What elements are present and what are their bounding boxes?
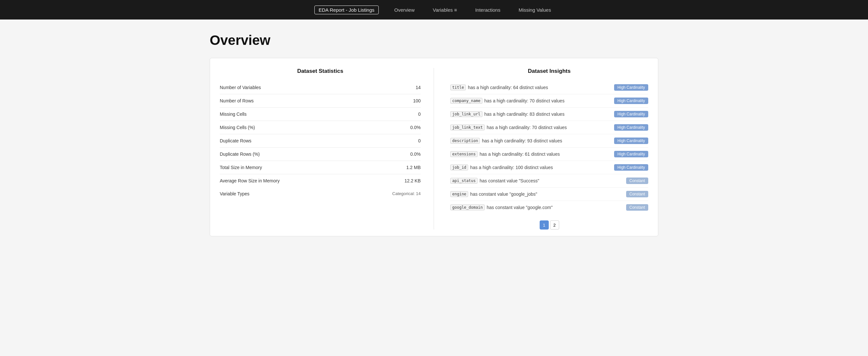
insight-tag: api_status (450, 178, 477, 184)
insight-left: google_domain has constant value "google… (450, 205, 626, 210)
dataset-insights-col: Dataset Insights title has a high cardin… (434, 68, 648, 230)
insight-left: api_status has constant value "Success" (450, 178, 626, 184)
page-button-2[interactable]: 2 (550, 220, 559, 230)
insight-tag: description (450, 138, 480, 144)
nav-item-interactions[interactable]: Interactions (473, 6, 503, 14)
insight-tag: title (450, 85, 466, 90)
variable-types-label: Variable Types (220, 191, 249, 196)
nav-item-overview[interactable]: Overview (392, 6, 417, 14)
insight-row: company_name has a high cardinality: 70 … (450, 94, 648, 108)
insight-badge: Constant (626, 191, 648, 197)
insight-text: has a high cardinality: 70 distinct valu… (485, 98, 565, 103)
stat-row: Total Size in Memory1.2 MB (220, 161, 421, 174)
stat-row: Missing Cells (%)0.0% (220, 121, 421, 134)
page-button-1[interactable]: 1 (540, 220, 549, 230)
insight-left: engine has constant value "google_jobs" (450, 191, 626, 197)
insight-tag: job_id (450, 165, 468, 170)
stat-label: Average Row Size in Memory (220, 178, 280, 183)
stat-row: Number of Rows100 (220, 94, 421, 108)
insight-rows: title has a high cardinality: 64 distinc… (450, 81, 648, 214)
insight-row: api_status has constant value "Success" … (450, 174, 648, 187)
dataset-statistics-heading: Dataset Statistics (220, 68, 421, 75)
insight-tag: engine (450, 191, 468, 197)
insight-text: has constant value "google_jobs" (470, 191, 537, 197)
stat-label: Duplicate Rows (220, 138, 251, 143)
insight-text: has a high cardinality: 100 distinct val… (470, 165, 553, 170)
insight-badge: High Cardinality (614, 151, 648, 157)
insight-tag: company_name (450, 98, 483, 104)
two-column-layout: Dataset Statistics Number of Variables14… (220, 68, 648, 230)
stat-row: Duplicate Rows (%)0.0% (220, 148, 421, 161)
stat-label: Missing Cells (220, 112, 246, 117)
insight-row: job_id has a high cardinality: 100 disti… (450, 161, 648, 174)
stat-row: Duplicate Rows0 (220, 134, 421, 148)
page-title: Overview (210, 32, 658, 48)
insight-text: has a high cardinality: 93 distinct valu… (482, 138, 562, 143)
stat-value: 0.0% (410, 151, 421, 157)
insight-badge: High Cardinality (614, 164, 648, 171)
nav-item-missing-values[interactable]: Missing Values (516, 6, 554, 14)
insight-left: job_id has a high cardinality: 100 disti… (450, 165, 614, 170)
insight-text: has constant value "Success" (479, 178, 539, 183)
insight-left: description has a high cardinality: 93 d… (450, 138, 614, 144)
insight-left: job_link_text has a high cardinality: 70… (450, 124, 614, 130)
insight-text: has a high cardinality: 61 distinct valu… (479, 151, 560, 157)
insight-row: extensions has a high cardinality: 61 di… (450, 148, 648, 161)
dataset-insights-heading: Dataset Insights (450, 68, 648, 75)
insight-text: has constant value "google.com" (487, 205, 553, 210)
stat-value: 1.2 MB (406, 165, 421, 170)
insight-row: job_link_text has a high cardinality: 70… (450, 121, 648, 134)
insight-badge: High Cardinality (614, 138, 648, 144)
stat-row: Missing Cells0 (220, 108, 421, 121)
insight-row: title has a high cardinality: 64 distinc… (450, 81, 648, 94)
nav-item-variables--[interactable]: Variables ≡ (430, 6, 459, 14)
insight-tag: job_link_url (450, 111, 483, 117)
insight-badge: Constant (626, 178, 648, 184)
stat-value: 12.2 KB (404, 178, 421, 183)
stat-label: Total Size in Memory (220, 165, 262, 170)
insight-row: google_domain has constant value "google… (450, 201, 648, 214)
insight-row: engine has constant value "google_jobs" … (450, 187, 648, 201)
stat-value: 0 (418, 112, 421, 117)
variable-types-value: Categorical: 14 (393, 191, 421, 196)
stat-value: 100 (413, 98, 421, 103)
insight-badge: Constant (626, 204, 648, 211)
insight-badge: High Cardinality (614, 97, 648, 104)
stat-value: 0 (418, 138, 421, 143)
pagination: 12 (450, 220, 648, 230)
stat-row: Average Row Size in Memory12.2 KB (220, 174, 421, 187)
nav-item-eda-report---job-listings[interactable]: EDA Report - Job Listings (314, 5, 379, 14)
insight-left: title has a high cardinality: 64 distinc… (450, 85, 614, 90)
variable-types-row: Variable Types Categorical: 14 (220, 187, 421, 200)
stat-label: Duplicate Rows (%) (220, 151, 260, 157)
stat-row: Number of Variables14 (220, 81, 421, 94)
insight-left: company_name has a high cardinality: 70 … (450, 98, 614, 104)
stat-rows: Number of Variables14Number of Rows100Mi… (220, 81, 421, 187)
insight-text: has a high cardinality: 70 distinct valu… (487, 125, 567, 130)
insight-left: job_link_url has a high cardinality: 83 … (450, 111, 614, 117)
insight-row: job_link_url has a high cardinality: 83 … (450, 108, 648, 121)
stat-label: Number of Rows (220, 98, 254, 103)
insight-left: extensions has a high cardinality: 61 di… (450, 151, 614, 157)
stat-label: Missing Cells (%) (220, 125, 255, 130)
dataset-statistics-col: Dataset Statistics Number of Variables14… (220, 68, 434, 230)
insight-tag: google_domain (450, 205, 485, 210)
navbar: EDA Report - Job ListingsOverviewVariabl… (0, 0, 868, 20)
insight-text: has a high cardinality: 83 distinct valu… (485, 112, 565, 117)
insight-tag: job_link_text (450, 124, 485, 130)
stat-label: Number of Variables (220, 85, 261, 90)
stat-value: 0.0% (410, 125, 421, 130)
stat-value: 14 (415, 85, 421, 90)
insight-tag: extensions (450, 151, 477, 157)
overview-card: Dataset Statistics Number of Variables14… (210, 58, 658, 236)
insight-badge: High Cardinality (614, 84, 648, 91)
insight-row: description has a high cardinality: 93 d… (450, 134, 648, 148)
main-content: Overview Dataset Statistics Number of Va… (190, 20, 678, 249)
insight-badge: High Cardinality (614, 124, 648, 131)
insight-text: has a high cardinality: 64 distinct valu… (468, 85, 548, 90)
insight-badge: High Cardinality (614, 111, 648, 117)
